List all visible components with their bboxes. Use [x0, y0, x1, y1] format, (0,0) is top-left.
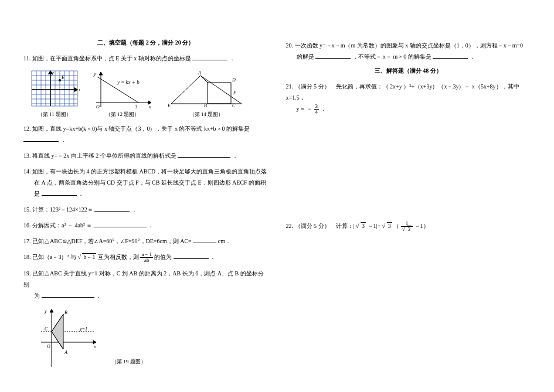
svg-marker-28	[99, 72, 103, 75]
fig-14: E B C A D F （第 14 题图）	[165, 69, 247, 118]
q18: 18. 已知（a－3）² 与 b－1 互为相反数，则 a－1 ab 的值为 ．	[23, 251, 268, 263]
section-2-title: 二、填空题（每题 2 分，满分 20 分）	[23, 39, 268, 47]
q16-blank	[94, 221, 147, 227]
q20-blank2	[433, 52, 468, 59]
fig14-cap: （第 14 题图）	[165, 111, 247, 118]
q16-post: ．	[148, 222, 154, 229]
q20-t1: 一次函数 y=－x－m（m 为常数）的图象与 x 轴的交点坐标是（1，0），则方…	[295, 42, 524, 49]
fig12-3: 3	[135, 104, 137, 110]
q18-sqrt: b－1	[82, 253, 96, 260]
q18-num: 18.	[23, 254, 31, 260]
q21-post: ．	[321, 105, 327, 112]
f19-C: C	[45, 326, 48, 332]
q15-text: 计算：123²－124×122＝	[32, 206, 93, 213]
q21-y: y＝ －	[286, 105, 313, 112]
q21-frac: 3 4	[314, 104, 320, 115]
fig19-cap: （第 19 题图）	[111, 358, 146, 366]
q22-frac: 1 3	[401, 221, 413, 232]
f14-A: A	[198, 70, 201, 76]
svg-rect-0	[32, 71, 77, 106]
q19: 19. 已知△ABC 关于直线 y=1 对称，C 到 AB 的距离为 2，AB …	[23, 268, 268, 301]
q17-text: 已知△ABC≌△DEF，若∠A=60°，∠F=90°，DE=6cm，则 AC=	[32, 238, 192, 244]
q18-t1: 已知（a－3）² 与	[32, 254, 77, 260]
f14-F: F	[233, 90, 236, 96]
q18-t3: 的值为	[154, 254, 172, 260]
f19-A: A	[64, 350, 67, 355]
fig12-cap: （第 12 题图）	[90, 111, 155, 118]
q11-post: ．	[229, 55, 235, 62]
q17-blank	[193, 237, 216, 243]
q22-s2: 3	[387, 222, 392, 229]
q22-t3: （	[393, 223, 399, 229]
q12-post: ．	[60, 137, 66, 143]
fig12-lbl: y = kx + b	[117, 79, 140, 85]
q14-t1: 如图，有一块边长为 4 的正方形塑料模板 ABCD，将一块足够大的直角三角板的直…	[32, 168, 267, 175]
q20-t2: 的解是	[286, 53, 314, 60]
fig12-O: O	[96, 104, 100, 110]
q16-text: 分解因式：a³ － 4ab² ＝	[32, 222, 92, 229]
q19-post: ．	[96, 292, 101, 299]
svg-text:x: x	[78, 87, 80, 93]
f19-x: x	[93, 344, 96, 349]
q22: 22. （满分 5 分） 计算：| 3 －1|+ 3 （ 1 3 －1）	[286, 220, 531, 232]
q22-t2: －1|+	[368, 223, 381, 229]
sqrt-icon: b－1	[77, 251, 96, 263]
q14: 14. 如图，有一块边长为 4 的正方形塑料模板 ABCD，将一块足够大的直角三…	[23, 166, 268, 199]
q11: 11. 如图，在平面直角坐标系中，点 E 关于 x 轴对称的点的坐标是 ．	[23, 53, 268, 64]
f19-O: O	[47, 344, 50, 349]
f14-D: D	[232, 77, 236, 83]
q14-t3: 是	[23, 190, 40, 197]
q13: 13. 将直线 y=－2x 向上平移 2 个单位所得的直线的解析式是 ．	[23, 150, 268, 161]
q12-blank	[23, 135, 59, 142]
q18-post: ．	[210, 254, 216, 260]
fig-11: E x y （第 11 题图）	[29, 69, 80, 118]
q22-fd: 3	[401, 227, 413, 232]
svg-marker-38	[52, 314, 63, 349]
figure-row: E x y （第 11 题图） O 3 x	[29, 69, 268, 118]
q14-t2: 在 A 点，两条直角边分别与 CD 交于点 F，与 CB 延长线交于点 E．则四…	[23, 179, 266, 186]
q11-text: 如图，在平面直角坐标系中，点 E 关于 x 轴对称的点的坐标是	[32, 55, 191, 62]
fig19-row: B A C O x y y=1 （第 19 题图）	[35, 306, 268, 370]
f14-E: E	[167, 103, 171, 108]
svg-text:y: y	[51, 70, 54, 76]
sqrt-icon-3: 3	[382, 220, 392, 231]
fig12-y: y	[93, 71, 96, 77]
f14-C: C	[232, 103, 236, 108]
q21: 21. （满分 5 分） 先化简，再求值：（ 2x+y ）²+（x+3y）（x－…	[286, 81, 531, 115]
q14-post: ．	[78, 190, 84, 197]
svg-point-21	[59, 79, 61, 81]
q22-t1: （满分 5 分） 计算：|	[295, 223, 356, 229]
svg-marker-36	[50, 309, 53, 312]
q17-post: cm．	[218, 238, 231, 244]
q20-t3: ，不等式－ x－ m＞0 的解集是	[352, 53, 431, 60]
fig12-svg: O 3 x y y = kx + b	[90, 69, 155, 110]
f19-B: B	[64, 310, 67, 315]
section-3-title: 三、解答题（满分 48 分）	[286, 67, 531, 75]
q20-post: ．	[470, 53, 475, 60]
fig11-cap: （第 11 题图）	[29, 111, 80, 118]
q22-num: 22.	[286, 223, 294, 229]
sqrt-icon-2: 3	[356, 220, 366, 231]
q17: 17. 已知△ABC≌△DEF，若∠A=60°，∠F=90°，DE=6cm，则 …	[23, 236, 268, 247]
q21-fd: 4	[314, 110, 320, 115]
q20-num: 20.	[286, 42, 294, 49]
q19-num: 19.	[23, 270, 31, 277]
fig19-svg: B A C O x y y=1	[35, 306, 100, 370]
q13-blank	[178, 151, 230, 158]
svg-line-32	[200, 76, 208, 83]
q15-post: ．	[131, 206, 137, 213]
f19-line: y=1	[79, 326, 87, 332]
q11-num: 11.	[23, 55, 30, 62]
q15-blank	[94, 205, 130, 212]
q14-num: 14.	[23, 168, 31, 175]
q18-fd: ab	[140, 258, 153, 263]
f19-y: y	[44, 309, 47, 314]
q15: 15. 计算：123²－124×122＝ ．	[23, 204, 268, 215]
sqrt-icon-4: 3	[402, 227, 412, 232]
q18-t2: 互为相反数，则	[98, 254, 141, 260]
q21-t1: （满分 5 分） 先化简，再求值：（ 2x+y ）²+（x+3y）（x－3y）－…	[286, 83, 519, 101]
q13-num: 13.	[23, 152, 31, 159]
q19-blank	[42, 291, 94, 298]
q13-text: 将直线 y=－2x 向上平移 2 个单位所得的直线的解析式是	[32, 152, 176, 159]
q15-num: 15.	[23, 206, 31, 213]
